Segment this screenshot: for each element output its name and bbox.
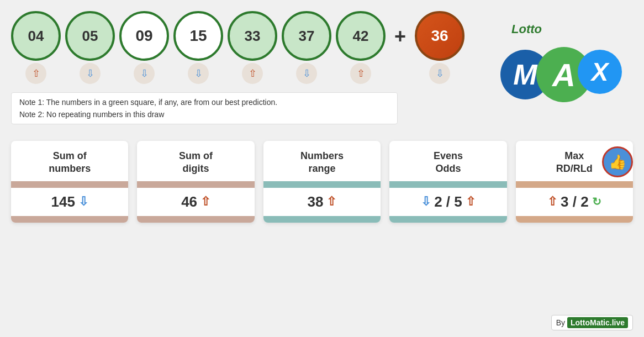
stat-bar-bottom-3 xyxy=(263,216,381,223)
main-container: 04 ⇧ 05 ⇩ 09 ⇩ 15 ⇩ xyxy=(0,0,644,337)
refresh-icon: ↻ xyxy=(592,195,601,208)
arrow-down-09[interactable]: ⇩ xyxy=(134,63,155,84)
stat-bar-bottom-5 xyxy=(516,216,633,223)
arrow-down-37[interactable]: ⇩ xyxy=(296,63,317,84)
ball-33: 33 xyxy=(228,11,277,61)
stat-bar-top-2 xyxy=(137,181,254,188)
ball-inner-05: 05 xyxy=(75,20,105,51)
numbers-range-arrow: ⇧ xyxy=(326,194,336,209)
attribution-by: By xyxy=(556,318,565,327)
ball-inner-42: 42 xyxy=(345,20,376,51)
sum-numbers-arrow: ⇩ xyxy=(78,194,88,209)
arrow-down-05[interactable]: ⇩ xyxy=(80,63,101,84)
arrow-down-15[interactable]: ⇩ xyxy=(188,63,209,84)
ball-wrapper-42: 42 ⇧ xyxy=(336,11,386,84)
top-section: 04 ⇧ 05 ⇩ 09 ⇩ 15 ⇩ xyxy=(0,0,644,89)
thumbs-up-button[interactable]: 👍 xyxy=(602,146,633,177)
stat-value-sum-numbers: 145 ⇩ xyxy=(11,188,128,216)
sum-digits-value: 46 xyxy=(181,193,197,210)
arrow-up-33[interactable]: ⇧ xyxy=(242,63,263,84)
stats-section: Sum ofnumbers 145 ⇩ Sum ofdigits 46 ⇧ Nu… xyxy=(0,130,644,234)
notes-section: Note 1: The numbers in a green square, i… xyxy=(11,92,398,124)
ball-05: 05 xyxy=(65,11,115,61)
ball-wrapper-33: 33 ⇧ xyxy=(228,11,277,84)
stat-value-sum-digits: 46 ⇧ xyxy=(137,188,254,216)
ball-wrapper-04: 04 ⇧ xyxy=(11,11,61,84)
odds-arrow-right: ⇧ xyxy=(466,194,476,209)
note-1: Note 1: The numbers in a green square, i… xyxy=(19,96,389,108)
stat-value-evens-odds: ⇩ 2 / 5 ⇧ xyxy=(389,188,506,216)
arrow-up-04[interactable]: ⇧ xyxy=(25,63,46,84)
stat-title-sum-numbers: Sum ofnumbers xyxy=(11,141,128,181)
stat-bar-top-1 xyxy=(11,181,128,188)
stat-bar-top-3 xyxy=(263,181,381,188)
sum-numbers-value: 145 xyxy=(51,193,75,210)
stat-title-numbers-range: Numbersrange xyxy=(263,141,381,181)
ball-inner-04: 04 xyxy=(20,20,51,51)
stat-value-numbers-range: 38 ⇧ xyxy=(263,188,381,216)
ball-37: 37 xyxy=(282,11,331,61)
lotto-text: Lotto xyxy=(511,22,542,36)
ball-inner-37: 37 xyxy=(291,20,322,51)
ball-wrapper-09: 09 ⇩ xyxy=(119,11,169,84)
sum-digits-arrow: ⇧ xyxy=(200,194,210,209)
stat-bar-top-5 xyxy=(516,181,633,188)
attribution: By LottoMatic.live xyxy=(551,315,633,330)
stat-title-sum-digits: Sum ofdigits xyxy=(137,141,254,181)
evens-arrow-left: ⇩ xyxy=(421,194,431,209)
ball-wrapper-05: 05 ⇩ xyxy=(65,11,115,84)
arrow-down-bonus[interactable]: ⇩ xyxy=(429,63,450,84)
ball-wrapper-bonus: 36 ⇩ xyxy=(415,11,464,84)
max-rd-arrow-left: ⇧ xyxy=(547,194,557,209)
stat-bar-top-4 xyxy=(389,181,506,188)
stat-bar-bottom-2 xyxy=(137,216,254,223)
lotto-max-logo: Lotto M A X xyxy=(500,17,622,105)
numbers-range-value: 38 xyxy=(308,193,324,210)
bonus-ball: 36 xyxy=(415,11,464,61)
stat-card-evens-odds: EvensOdds ⇩ 2 / 5 ⇧ xyxy=(389,141,506,223)
ball-04: 04 xyxy=(11,11,61,61)
arrow-up-42[interactable]: ⇧ xyxy=(350,63,371,84)
ball-inner-33: 33 xyxy=(237,20,268,51)
max-rd-value: 3 / 2 xyxy=(561,193,589,210)
stat-value-max-rd: ⇧ 3 / 2 ↻ xyxy=(516,188,633,216)
plus-sign: + xyxy=(394,25,406,48)
logo-x-ball: X xyxy=(578,50,622,94)
evens-odds-value: 2 / 5 xyxy=(434,193,462,210)
stat-card-sum-digits: Sum ofdigits 46 ⇧ xyxy=(137,141,254,223)
logo-area: Lotto M A X xyxy=(489,6,633,116)
note-2: Note 2: No repeating numbers in this dra… xyxy=(19,108,389,120)
stat-bar-bottom-1 xyxy=(11,216,128,223)
stat-title-evens-odds: EvensOdds xyxy=(389,141,506,181)
attribution-brand: LottoMatic.live xyxy=(567,317,628,328)
ball-42: 42 xyxy=(336,11,386,61)
ball-wrapper-15: 15 ⇩ xyxy=(173,11,223,84)
ball-wrapper-37: 37 ⇩ xyxy=(282,11,331,84)
stat-card-sum-numbers: Sum ofnumbers 145 ⇩ xyxy=(11,141,128,223)
stat-card-numbers-range: Numbersrange 38 ⇧ xyxy=(263,141,381,223)
stat-bar-bottom-4 xyxy=(389,216,506,223)
ball-09: 09 xyxy=(119,11,169,61)
ball-15: 15 xyxy=(173,11,223,61)
